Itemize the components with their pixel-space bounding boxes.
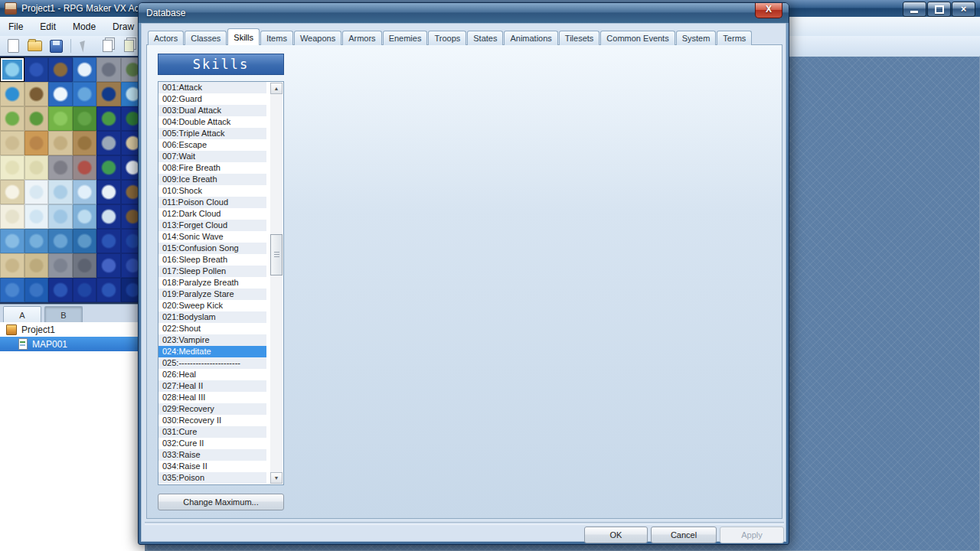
tree-item-map[interactable]: MAP001 [0,337,145,351]
palette-tile[interactable] [96,253,121,278]
tab-terms[interactable]: Terms [717,31,752,45]
palette-tile[interactable] [0,180,24,204]
palette-tile[interactable] [73,106,97,131]
tab-skills[interactable]: Skills [227,28,260,45]
paste-button[interactable] [120,37,137,54]
skill-list-item[interactable]: 007:Wait [158,151,266,162]
palette-tile[interactable] [73,155,97,180]
palette-tile[interactable] [24,229,49,253]
palette-tile[interactable] [24,278,49,302]
skill-list-item[interactable]: 011:Poison Cloud [158,197,266,208]
skill-list-item[interactable]: 006:Escape [158,139,266,151]
tab-troops[interactable]: Troops [428,31,466,45]
tab-actors[interactable]: Actors [148,31,184,45]
tree-item-project[interactable]: Project1 [0,322,145,337]
skill-list-item[interactable]: 029:Recovery [158,403,266,415]
palette-tile[interactable] [96,204,121,229]
palette-tile[interactable] [48,131,73,155]
skill-list-item[interactable]: 022:Shout [158,323,266,334]
skill-list-item[interactable]: 021:Bodyslam [158,311,266,323]
skill-list-item[interactable]: 012:Dark Cloud [158,208,266,220]
palette-tile[interactable] [73,131,97,155]
skill-list-item[interactable]: 026:Heal [158,369,266,380]
palette-tile[interactable] [73,57,97,82]
scrollbar-thumb[interactable] [270,234,283,276]
palette-tile[interactable] [96,278,121,302]
skill-list-item[interactable]: 001:Attack [158,82,266,93]
palette-tile[interactable] [73,278,97,302]
palette-tile[interactable] [48,82,73,106]
palette-tile[interactable] [0,106,24,131]
skill-list-item[interactable]: 025:---------------------- [158,357,266,369]
palette-tile[interactable] [48,180,73,204]
skill-list-item[interactable]: 019:Paralyze Stare [158,289,266,300]
palette-tile[interactable] [0,155,24,180]
palette-tile[interactable] [0,82,24,106]
close-window-button[interactable]: × [952,2,975,17]
tab-items[interactable]: Items [260,31,293,45]
tab-system[interactable]: System [676,31,717,45]
palette-tile[interactable] [73,229,97,253]
menu-file[interactable]: File [0,17,31,36]
palette-tile[interactable] [0,229,24,253]
restore-button[interactable] [927,2,951,17]
skills-list-scrollbar[interactable]: ▲ ▼ [270,83,283,484]
skill-list-item[interactable]: 031:Cure [158,426,266,438]
palette-tile[interactable] [24,57,49,82]
palette-tile[interactable] [73,253,97,278]
ok-button[interactable]: OK [584,527,648,543]
tab-classes[interactable]: Classes [185,31,227,45]
skill-list-item[interactable]: 016:Sleep Breath [158,254,266,266]
dialog-titlebar[interactable]: Database X [139,3,789,23]
skill-list-item[interactable]: 005:Triple Attack [158,128,266,139]
skill-list-item[interactable]: 018:Paralyze Breath [158,277,266,289]
tab-animations[interactable]: Animations [504,31,557,45]
skill-list-item[interactable]: 009:Ice Breath [158,174,266,185]
palette-tile[interactable] [24,180,49,204]
skill-list-item[interactable]: 004:Double Attack [158,116,266,128]
save-button[interactable] [47,37,64,54]
menu-mode[interactable]: Mode [64,17,104,36]
palette-tile[interactable] [24,131,49,155]
tab-enemies[interactable]: Enemies [383,31,428,45]
palette-tile[interactable] [48,106,73,131]
menu-edit[interactable]: Edit [31,17,64,36]
tab-tilesets[interactable]: Tilesets [559,31,600,45]
palette-tile[interactable] [48,229,73,253]
palette-tile[interactable] [0,253,24,278]
palette-tab-b[interactable]: B [44,306,83,323]
palette-tile[interactable] [24,253,49,278]
cancel-button[interactable]: Cancel [651,527,717,543]
tab-states[interactable]: States [467,31,503,45]
palette-tile[interactable] [73,204,97,229]
skill-list-item[interactable]: 027:Heal II [158,380,266,392]
palette-tile[interactable] [48,57,73,82]
skill-list-item[interactable]: 008:Fire Breath [158,162,266,174]
palette-tile[interactable] [48,204,73,229]
change-maximum-button[interactable]: Change Maximum... [158,494,284,510]
palette-tile[interactable] [48,155,73,180]
skill-list-item[interactable]: 034:Raise II [158,461,266,472]
palette-tile[interactable] [24,204,49,229]
minimize-button[interactable] [903,2,926,17]
palette-tile[interactable] [0,278,24,302]
palette-tile[interactable] [0,204,24,229]
scroll-up-icon[interactable]: ▲ [270,83,283,94]
palette-tile[interactable] [96,131,121,155]
skill-list-item[interactable]: 020:Sweep Kick [158,300,266,311]
dialog-close-button[interactable]: X [755,3,782,18]
palette-tile[interactable] [96,106,121,131]
palette-tile[interactable] [0,131,24,155]
skill-list-item[interactable]: 003:Dual Attack [158,105,266,116]
palette-tile[interactable] [0,57,24,82]
skill-list-item[interactable]: 023:Vampire [158,334,266,346]
palette-tile[interactable] [96,57,121,82]
skill-list-item[interactable]: 002:Guard [158,93,266,105]
copy-button[interactable] [99,37,116,54]
palette-tile[interactable] [48,278,73,302]
skill-list-item[interactable]: 014:Sonic Wave [158,231,266,243]
skill-list-item[interactable]: 015:Confusion Song [158,243,266,254]
skill-list-item[interactable]: 030:Recovery II [158,415,266,426]
palette-tab-a[interactable]: A [3,306,41,323]
skill-list-item[interactable]: 032:Cure II [158,438,266,449]
